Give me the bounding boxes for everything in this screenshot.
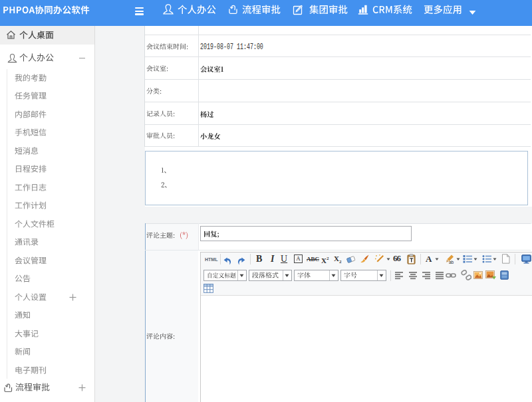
svg-text:ab: ab bbox=[449, 260, 454, 264]
